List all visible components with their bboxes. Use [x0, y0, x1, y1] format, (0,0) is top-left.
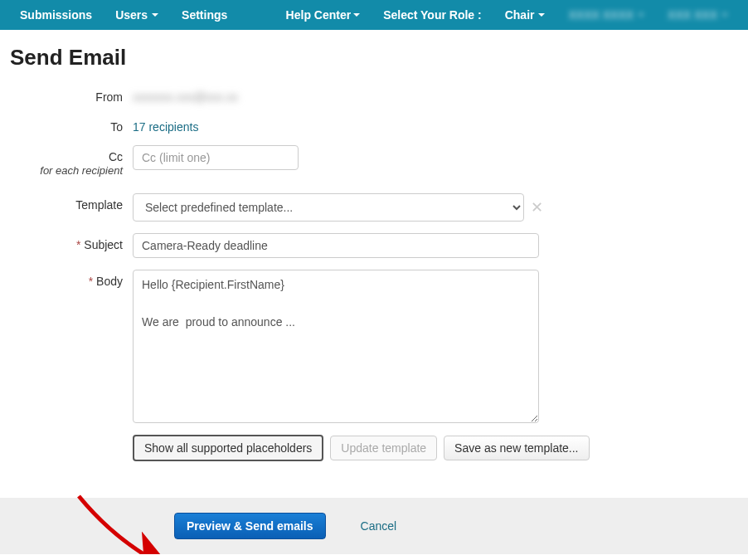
to-label: To [0, 115, 133, 134]
body-textarea[interactable]: Hello {Recipient.FirstName} We are proud… [133, 270, 539, 423]
update-template-button: Update template [330, 436, 437, 460]
chevron-down-icon [721, 13, 728, 17]
template-label: Template [0, 193, 133, 212]
template-select[interactable]: Select predefined template... [133, 193, 524, 222]
cc-input[interactable] [133, 145, 299, 170]
to-recipients-link[interactable]: 17 recipients [133, 115, 198, 134]
from-label: From [0, 85, 133, 104]
nav-settings[interactable]: Settings [170, 2, 239, 28]
chevron-down-icon [638, 13, 644, 17]
nav-help-center[interactable]: Help Center [274, 2, 372, 28]
cc-label: Cc for each recipient [0, 145, 133, 177]
role-label: Select Your Role : [372, 2, 493, 28]
footer-action-bar: Preview & Send emails Cancel [0, 498, 748, 554]
subject-label: * Subject [0, 233, 133, 251]
nav-blurred-2[interactable]: XXX XXX [656, 2, 740, 28]
from-value: xxxxxxx.xxx@xxx.xx [133, 85, 238, 104]
show-placeholders-button[interactable]: Show all supported placeholders [133, 435, 323, 461]
preview-send-button[interactable]: Preview & Send emails [174, 513, 326, 539]
body-label: * Body [0, 270, 133, 288]
top-navbar: Submissions Users Settings Help Center S… [0, 0, 748, 30]
save-template-button[interactable]: Save as new template... [444, 436, 589, 460]
close-icon[interactable]: ✕ [531, 198, 543, 217]
nav-submissions[interactable]: Submissions [8, 2, 104, 28]
chevron-down-icon [538, 13, 545, 17]
cc-sublabel: for each recipient [0, 164, 123, 177]
role-select[interactable]: Chair [493, 2, 557, 28]
cancel-link[interactable]: Cancel [361, 519, 397, 533]
chevron-down-icon [152, 13, 158, 17]
page-title: Send Email [10, 45, 748, 71]
chevron-down-icon [353, 13, 360, 17]
subject-input[interactable] [133, 233, 539, 258]
nav-users[interactable]: Users [104, 2, 170, 28]
nav-blurred-1[interactable]: XXXX XXXX [556, 2, 656, 28]
